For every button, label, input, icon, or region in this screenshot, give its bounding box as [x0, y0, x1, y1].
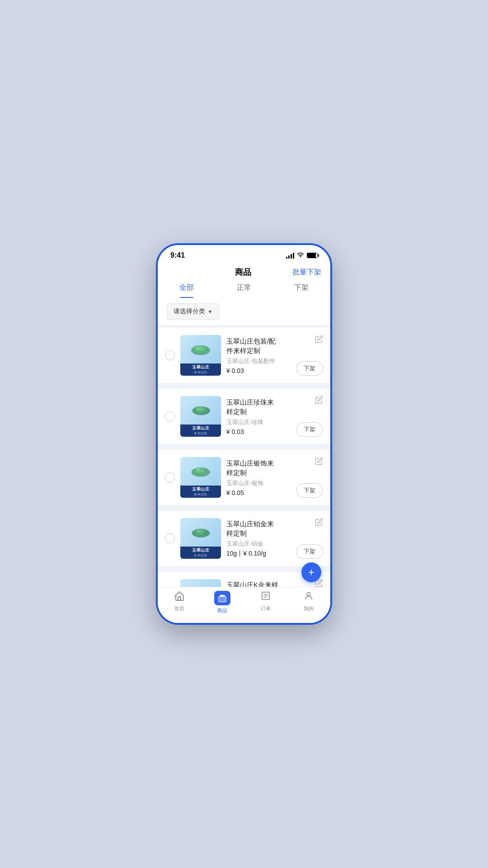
- edit-icon-1[interactable]: [315, 335, 323, 345]
- jade-image-icon: [189, 465, 212, 478]
- page-title: 商品: [194, 267, 292, 278]
- tab-normal[interactable]: 正常: [215, 283, 272, 298]
- svg-point-7: [197, 407, 202, 410]
- product-price-2: ¥ 0.03: [226, 428, 291, 435]
- tab-bar: 全部 正常 下架: [158, 278, 330, 298]
- list-item: 玉翠山庄 · 来样定制 · 玉翠山庄包装/配件来样定制 玉翠山庄-包装配件 ¥ …: [158, 328, 330, 383]
- product-info-2: 玉翠山庄珍珠来样定制 玉翠山庄-珍珠 ¥ 0.03: [226, 397, 291, 435]
- nav-item-orders[interactable]: 订单: [244, 591, 287, 614]
- list-item: 玉翠山庄 · 来样定制 · 玉翠山庄银饰来样定制 玉翠山庄-银饰 ¥ 0.05 …: [158, 450, 330, 505]
- filter-bar: 请选择分类 ▼: [158, 298, 330, 325]
- product-badge-sub-3: · 来样定制 ·: [192, 492, 209, 497]
- offline-button-1[interactable]: 下架: [296, 361, 323, 376]
- product-category-1: 玉翠山庄-包装配件: [226, 357, 291, 365]
- bulk-offline-button[interactable]: 批量下架: [292, 268, 321, 277]
- product-price-1: ¥ 0.03: [226, 367, 291, 374]
- product-checkbox-2[interactable]: [165, 411, 175, 421]
- product-actions-4: 下架: [296, 518, 323, 559]
- jade-image-icon: [189, 526, 212, 539]
- product-name-4: 玉翠山庄铂金来样定制: [226, 519, 291, 538]
- signal-bars-icon: [286, 252, 294, 259]
- product-actions-3: 下架: [296, 457, 323, 498]
- product-badge-brand-4: 玉翠山庄: [192, 547, 209, 553]
- jade-image-icon: [189, 343, 212, 356]
- svg-point-15: [197, 530, 200, 532]
- nav-item-profile[interactable]: 我的: [287, 591, 331, 614]
- battery-icon: [307, 253, 318, 258]
- list-item: 玉翠山庄 · 来样定制 · 玉翠山庄珍珠来样定制 玉翠山庄-珍珠 ¥ 0.03 …: [158, 389, 330, 444]
- product-info-1: 玉翠山庄包装/配件来样定制 玉翠山庄-包装配件 ¥ 0.03: [226, 336, 291, 374]
- jade-image-icon: [189, 404, 212, 417]
- nav-label-home: 首页: [174, 605, 184, 612]
- chevron-down-icon: ▼: [208, 309, 212, 314]
- product-badge-brand-1: 玉翠山庄: [192, 364, 209, 370]
- offline-button-2[interactable]: 下架: [296, 422, 323, 437]
- tab-offline[interactable]: 下架: [273, 283, 330, 298]
- product-info-4: 玉翠山庄铂金来样定制 玉翠山庄-铂金 10g丨¥ 0.10/g: [226, 519, 291, 558]
- list-item: 玉翠山庄 · 来样定制 · 玉翠山庄铂金来样定制 玉翠山庄-铂金 10g丨¥ 0…: [158, 511, 330, 566]
- jade-image-icon: [189, 587, 212, 587]
- add-product-fab[interactable]: +: [301, 562, 321, 582]
- products-bag-icon: [214, 591, 230, 605]
- product-info-3: 玉翠山庄银饰来样定制 玉翠山庄-银饰 ¥ 0.05: [226, 458, 291, 496]
- nav-item-home[interactable]: 首页: [158, 591, 201, 614]
- product-image-4: 玉翠山庄 · 来样定制 ·: [180, 518, 221, 559]
- status-icons: [286, 252, 318, 259]
- product-category-4: 玉翠山庄-铂金: [226, 540, 291, 548]
- product-category-3: 玉翠山庄-银饰: [226, 479, 291, 487]
- profile-icon: [304, 591, 314, 604]
- product-checkbox-4[interactable]: [165, 533, 175, 543]
- product-checkbox-3[interactable]: [165, 472, 175, 482]
- svg-point-25: [307, 593, 310, 596]
- product-name-3: 玉翠山庄银饰来样定制: [226, 458, 291, 477]
- filter-label: 请选择分类: [174, 307, 205, 316]
- product-badge-sub-4: · 来样定制 ·: [192, 553, 209, 558]
- status-bar: 9:41: [158, 245, 330, 263]
- product-info-5: 玉翠山庄K金来样定制 玉翠山庄-K金 5g丨¥ 1.00/g: [226, 580, 291, 587]
- offline-button-4[interactable]: 下架: [296, 544, 323, 559]
- category-filter[interactable]: 请选择分类 ▼: [167, 303, 219, 320]
- svg-point-11: [196, 468, 200, 471]
- phone-frame: 9:41 商品 批量下架: [156, 243, 332, 625]
- product-price-4: 10g丨¥ 0.10/g: [226, 550, 291, 558]
- status-time: 9:41: [170, 251, 185, 259]
- product-category-2: 玉翠山庄-珍珠: [226, 418, 291, 426]
- page-header: 商品 批量下架: [158, 263, 330, 278]
- product-badge-sub-1: · 来样定制 ·: [192, 370, 209, 375]
- product-list: 玉翠山庄 · 来样定制 · 玉翠山庄包装/配件来样定制 玉翠山庄-包装配件 ¥ …: [158, 325, 330, 587]
- nav-item-products[interactable]: 商品: [201, 591, 244, 614]
- edit-icon-3[interactable]: [315, 457, 323, 467]
- offline-button-3[interactable]: 下架: [296, 483, 323, 498]
- wifi-icon: [297, 252, 304, 259]
- product-actions-1: 下架: [296, 335, 323, 376]
- nav-label-products: 商品: [217, 607, 227, 614]
- product-image-3: 玉翠山庄 · 来样定制 ·: [180, 457, 221, 498]
- product-image-5: 玉翠山庄 · 来样定制 ·: [180, 579, 221, 587]
- edit-icon-2[interactable]: [315, 396, 323, 406]
- tab-all[interactable]: 全部: [158, 283, 215, 298]
- svg-point-3: [196, 346, 201, 349]
- product-badge-sub-2: · 来样定制 ·: [192, 431, 209, 436]
- product-price-3: ¥ 0.05: [226, 489, 291, 496]
- product-name-5: 玉翠山庄K金来样定制: [226, 580, 291, 587]
- product-actions-2: 下架: [296, 396, 323, 437]
- product-name-1: 玉翠山庄包装/配件来样定制: [226, 336, 291, 355]
- product-badge-brand-3: 玉翠山庄: [192, 486, 209, 492]
- product-name-2: 玉翠山庄珍珠来样定制: [226, 397, 291, 416]
- nav-label-profile: 我的: [304, 605, 314, 612]
- product-badge-brand-2: 玉翠山庄: [192, 425, 209, 431]
- product-checkbox-1[interactable]: [165, 350, 175, 360]
- nav-label-orders: 订单: [261, 605, 271, 612]
- edit-icon-4[interactable]: [315, 518, 323, 528]
- bottom-nav: 首页 商品 订单: [158, 587, 330, 623]
- product-image-2: 玉翠山庄 · 来样定制 ·: [180, 396, 221, 437]
- home-icon: [174, 591, 185, 604]
- product-image-1: 玉翠山庄 · 来样定制 ·: [180, 335, 221, 376]
- svg-rect-20: [219, 597, 226, 602]
- orders-icon: [261, 591, 271, 604]
